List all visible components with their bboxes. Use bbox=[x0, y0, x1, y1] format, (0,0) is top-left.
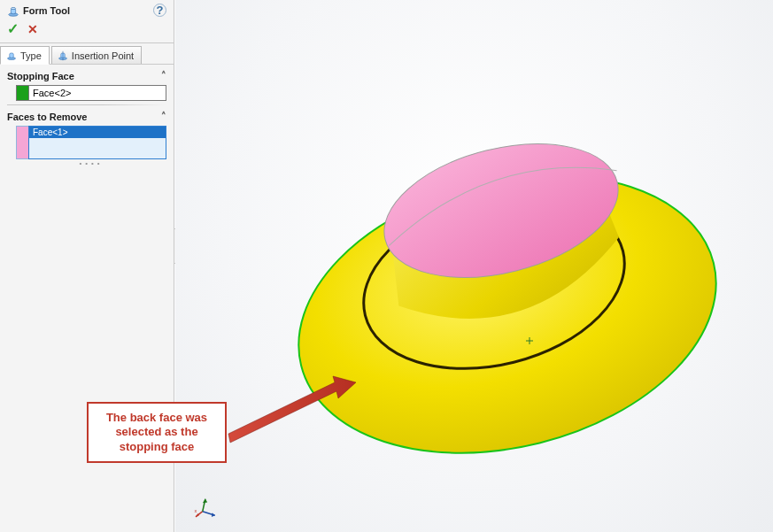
confirm-row: ✓ ✕ bbox=[0, 19, 174, 43]
svg-marker-17 bbox=[203, 499, 207, 504]
faces-to-remove-field: Face<1> bbox=[16, 126, 166, 159]
tab-insertion-point[interactable]: Insertion Point bbox=[51, 46, 142, 64]
stopping-face-input[interactable] bbox=[28, 85, 166, 101]
ok-button[interactable]: ✓ bbox=[7, 20, 19, 37]
chevron-up-icon: ˄ bbox=[161, 70, 166, 81]
section-stopping-face-header[interactable]: Stopping Face ˄ bbox=[7, 70, 166, 85]
faces-to-remove-label: Faces to Remove bbox=[7, 112, 87, 122]
faces-to-remove-list[interactable]: Face<1> bbox=[28, 126, 166, 159]
list-item[interactable]: Face<1> bbox=[29, 127, 166, 138]
stopping-face-field bbox=[16, 85, 166, 101]
section-stopping-face: Stopping Face ˄ bbox=[0, 65, 174, 104]
svg-point-2 bbox=[11, 7, 15, 9]
panel-title-row: Form Tool ? bbox=[0, 0, 174, 19]
chevron-up-icon: ˄ bbox=[161, 111, 166, 122]
tab-type[interactable]: Type bbox=[0, 46, 50, 65]
form-tool-icon bbox=[6, 50, 17, 61]
stopping-face-swatch[interactable] bbox=[16, 85, 28, 101]
svg-text:x: x bbox=[194, 508, 197, 513]
section-faces-to-remove-header[interactable]: Faces to Remove ˄ bbox=[7, 111, 166, 126]
help-icon[interactable]: ? bbox=[153, 4, 166, 17]
annotation-callout: The back face was selected as the stoppi… bbox=[87, 402, 227, 463]
model-svg bbox=[175, 0, 773, 532]
resize-grip[interactable]: •••• bbox=[16, 159, 166, 167]
svg-rect-4 bbox=[10, 53, 14, 58]
graphics-viewport[interactable] bbox=[175, 0, 773, 532]
panel-tabs: Type Insertion Point bbox=[0, 43, 174, 65]
tab-insertion-label: Insertion Point bbox=[72, 50, 134, 61]
view-triad-icon[interactable]: x bbox=[194, 495, 222, 520]
cancel-button[interactable]: ✕ bbox=[27, 22, 38, 36]
form-tool-icon bbox=[7, 5, 18, 16]
callout-text: The back face was selected as the stoppi… bbox=[106, 411, 207, 453]
insertion-point-icon bbox=[58, 50, 68, 61]
tab-type-label: Type bbox=[20, 50, 42, 61]
section-faces-to-remove: Faces to Remove ˄ Face<1> •••• bbox=[0, 105, 174, 171]
panel-title: Form Tool bbox=[23, 5, 148, 16]
stopping-face-label: Stopping Face bbox=[7, 71, 74, 81]
faces-to-remove-swatch[interactable] bbox=[16, 126, 28, 159]
